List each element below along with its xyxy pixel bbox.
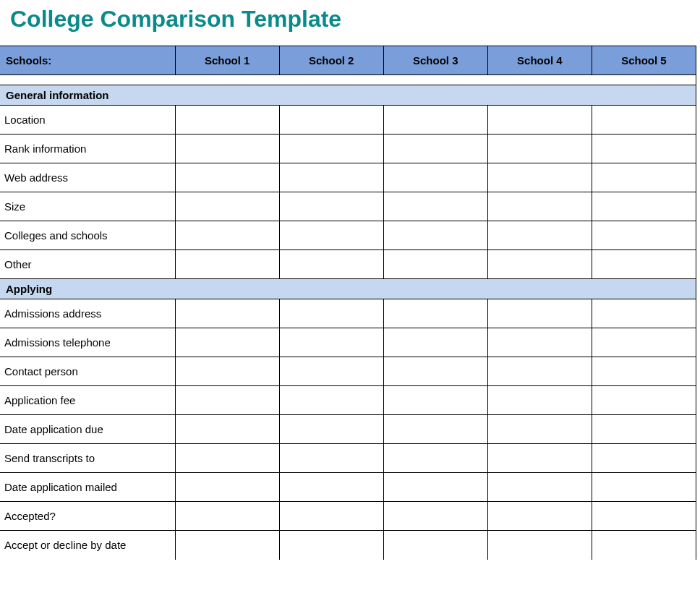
cell[interactable]: [383, 163, 487, 192]
cell[interactable]: [487, 192, 592, 221]
cell[interactable]: [487, 135, 592, 163]
cell[interactable]: [592, 106, 696, 135]
cell[interactable]: [279, 415, 383, 444]
cell[interactable]: [175, 106, 279, 135]
cell[interactable]: [279, 135, 383, 163]
section-general-information: General information: [0, 85, 696, 106]
cell[interactable]: [592, 531, 696, 560]
cell[interactable]: [279, 192, 383, 221]
cell[interactable]: [175, 328, 279, 357]
cell[interactable]: [592, 192, 696, 221]
page-title: College Comparison Template: [0, 0, 700, 46]
cell[interactable]: [383, 502, 487, 531]
school-col-4[interactable]: School 4: [487, 46, 592, 75]
cell[interactable]: [175, 221, 279, 250]
cell[interactable]: [175, 192, 279, 221]
cell[interactable]: [279, 386, 383, 415]
cell[interactable]: [175, 444, 279, 473]
cell[interactable]: [175, 299, 279, 328]
cell[interactable]: [383, 299, 487, 328]
cell[interactable]: [279, 250, 383, 279]
cell[interactable]: [487, 163, 592, 192]
cell[interactable]: [592, 135, 696, 163]
cell[interactable]: [279, 444, 383, 473]
comparison-table: Schools: School 1 School 2 School 3 Scho…: [0, 46, 696, 560]
cell[interactable]: [487, 328, 592, 357]
table-row: Colleges and schools: [0, 221, 696, 250]
cell[interactable]: [175, 502, 279, 531]
cell[interactable]: [383, 357, 487, 386]
section-label: General information: [0, 85, 696, 106]
cell[interactable]: [592, 357, 696, 386]
cell[interactable]: [487, 531, 592, 560]
table-row: Web address: [0, 163, 696, 192]
cell[interactable]: [487, 221, 592, 250]
table-row: Date application due: [0, 415, 696, 444]
cell[interactable]: [487, 502, 592, 531]
schools-label-header: Schools:: [0, 46, 175, 75]
school-col-3[interactable]: School 3: [383, 46, 487, 75]
cell[interactable]: [175, 415, 279, 444]
cell[interactable]: [279, 328, 383, 357]
cell[interactable]: [383, 444, 487, 473]
cell[interactable]: [383, 531, 487, 560]
cell[interactable]: [592, 473, 696, 502]
cell[interactable]: [279, 221, 383, 250]
cell[interactable]: [383, 135, 487, 163]
cell[interactable]: [592, 328, 696, 357]
cell[interactable]: [383, 192, 487, 221]
school-col-2[interactable]: School 2: [279, 46, 383, 75]
cell[interactable]: [383, 415, 487, 444]
table-row: Application fee: [0, 386, 696, 415]
cell[interactable]: [175, 473, 279, 502]
cell[interactable]: [279, 502, 383, 531]
cell[interactable]: [487, 415, 592, 444]
cell[interactable]: [383, 328, 487, 357]
cell[interactable]: [592, 250, 696, 279]
cell[interactable]: [592, 386, 696, 415]
cell[interactable]: [279, 163, 383, 192]
cell[interactable]: [175, 163, 279, 192]
cell[interactable]: [175, 386, 279, 415]
cell[interactable]: [175, 531, 279, 560]
table-row: Send transcripts to: [0, 444, 696, 473]
table-row: Date application mailed: [0, 473, 696, 502]
row-label: Accept or decline by date: [0, 531, 175, 560]
cell[interactable]: [383, 473, 487, 502]
cell[interactable]: [592, 163, 696, 192]
spacer-row: [0, 75, 696, 85]
cell[interactable]: [487, 250, 592, 279]
cell[interactable]: [487, 357, 592, 386]
row-label: Colleges and schools: [0, 221, 175, 250]
school-col-1[interactable]: School 1: [175, 46, 279, 75]
cell[interactable]: [487, 444, 592, 473]
cell[interactable]: [487, 473, 592, 502]
row-label: Send transcripts to: [0, 444, 175, 473]
table-row: Admissions address: [0, 299, 696, 328]
cell[interactable]: [487, 386, 592, 415]
cell[interactable]: [592, 415, 696, 444]
cell[interactable]: [279, 473, 383, 502]
cell[interactable]: [383, 221, 487, 250]
school-col-5[interactable]: School 5: [592, 46, 696, 75]
cell[interactable]: [592, 502, 696, 531]
cell[interactable]: [487, 299, 592, 328]
table-row: Contact person: [0, 357, 696, 386]
cell[interactable]: [383, 106, 487, 135]
row-label: Date application mailed: [0, 473, 175, 502]
cell[interactable]: [592, 299, 696, 328]
cell[interactable]: [487, 106, 592, 135]
cell[interactable]: [175, 357, 279, 386]
cell[interactable]: [279, 531, 383, 560]
cell[interactable]: [279, 106, 383, 135]
cell[interactable]: [592, 221, 696, 250]
cell[interactable]: [175, 250, 279, 279]
cell[interactable]: [279, 299, 383, 328]
table-row: Other: [0, 250, 696, 279]
cell[interactable]: [592, 444, 696, 473]
cell[interactable]: [383, 250, 487, 279]
cell[interactable]: [175, 135, 279, 163]
table-row: Size: [0, 192, 696, 221]
cell[interactable]: [383, 386, 487, 415]
cell[interactable]: [279, 357, 383, 386]
